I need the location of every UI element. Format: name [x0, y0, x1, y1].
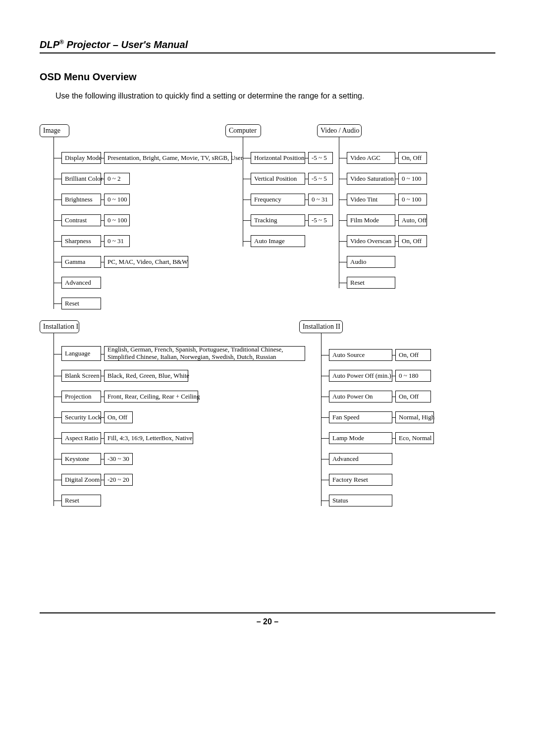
- tree-branch: [54, 376, 61, 376]
- text: 0 ~ 100: [402, 196, 422, 203]
- item-value: -30 ~ 30: [104, 453, 133, 465]
- text: -5 ~ 5: [312, 154, 327, 162]
- text: Status: [332, 497, 348, 504]
- tree-branch: [321, 355, 329, 355]
- tree-branch: [54, 283, 61, 283]
- text: 0 ~ 31: [312, 196, 328, 203]
- menu-header-installation2-label: Installation II: [303, 323, 340, 331]
- text: Vertical Position: [254, 175, 297, 183]
- text: Presentation, Bright, Game, Movie, TV, s…: [107, 154, 243, 162]
- item-value: Normal, High: [395, 411, 434, 423]
- item-value: 0 ~ 31: [308, 194, 333, 205]
- item-value: Presentation, Bright, Game, Movie, TV, s…: [104, 152, 232, 164]
- item-label: Blank Screen: [61, 370, 101, 382]
- text: Keystone: [65, 455, 89, 463]
- item-label: Projection: [61, 391, 101, 403]
- text: Brightness: [65, 196, 93, 203]
- tree-branch: [243, 200, 251, 200]
- item-label: Video Tint: [347, 194, 395, 205]
- tree-branch: [54, 480, 61, 480]
- menu-header-installation1-label: Installation I: [43, 323, 78, 331]
- tree-branch: [321, 376, 329, 376]
- item-value: 0 ~ 100: [398, 194, 427, 205]
- text: Reset: [65, 300, 79, 307]
- text: Video Overscan: [350, 237, 391, 245]
- item-label: Brightness: [61, 194, 101, 205]
- item-label: Tracking: [251, 214, 305, 226]
- text: Normal, High: [399, 413, 434, 421]
- text: Security Lock: [65, 413, 101, 421]
- menu-header-computer-label: Computer: [229, 127, 257, 135]
- text: Fan Speed: [332, 413, 360, 421]
- text: Frequency: [254, 196, 281, 203]
- text: 0 ~ 2: [107, 175, 121, 183]
- header-rest: Projector – User's Manual: [64, 39, 188, 50]
- tree-branch: [321, 397, 329, 397]
- header-reg: ®: [59, 39, 64, 46]
- item-value: English, German, French, Spanish, Portug…: [104, 346, 305, 361]
- tree-branch: [321, 417, 329, 418]
- item-label: Status: [329, 495, 392, 506]
- item-value: Front, Rear, Ceiling, Rear + Ceiling: [104, 391, 198, 403]
- item-value: 0 ~ 180: [395, 370, 431, 382]
- section-title: OSD Menu Overview: [40, 71, 495, 83]
- text: Video Tint: [350, 196, 377, 203]
- text: Language: [65, 350, 90, 357]
- menu-header-computer: Computer: [225, 124, 261, 137]
- item-label: Contrast: [61, 214, 101, 226]
- text: Eco, Normal: [399, 434, 431, 442]
- text: Advanced: [65, 279, 91, 287]
- text: On, Off: [402, 237, 422, 245]
- item-label: Reset: [347, 277, 395, 289]
- item-value: -5 ~ 5: [308, 173, 333, 185]
- item-value: -5 ~ 5: [308, 152, 333, 164]
- item-value: PC, MAC, Video, Chart, B&W: [104, 256, 188, 268]
- item-value: On, Off: [395, 349, 431, 361]
- text: Auto Power Off (min.): [332, 372, 391, 380]
- item-value: -20 ~ 20: [104, 474, 133, 486]
- tree-branch: [321, 459, 329, 459]
- text: Auto Source: [332, 351, 365, 359]
- page-header: DLP® Projector – User's Manual: [40, 39, 188, 50]
- text: Audio: [350, 258, 367, 266]
- item-value: On, Off: [398, 152, 427, 164]
- text: On, Off: [399, 351, 419, 359]
- intro-text: Use the following illustration to quickl…: [55, 92, 495, 101]
- text: Video AGC: [350, 154, 380, 162]
- item-label: Gamma: [61, 256, 101, 268]
- text: On, Off: [399, 393, 419, 401]
- text: -20 ~ 20: [107, 476, 129, 484]
- tree-branch: [54, 200, 61, 200]
- tree-branch: [54, 417, 61, 418]
- item-label: Video Saturation: [347, 173, 395, 185]
- text: Lamp Mode: [332, 434, 364, 442]
- tree-branch: [54, 501, 61, 501]
- tree-branch: [339, 200, 347, 200]
- text: Tracking: [254, 216, 277, 224]
- item-value: 0 ~ 100: [104, 194, 130, 205]
- text: Horizontal Position: [254, 154, 304, 162]
- menu-header-installation2: Installation II: [299, 320, 343, 333]
- tree-branch: [339, 241, 347, 242]
- text: Reset: [65, 497, 79, 504]
- menu-header-installation1: Installation I: [40, 320, 79, 333]
- menu-header-video-audio: Video / Audio: [317, 124, 362, 137]
- item-label: Audio: [347, 256, 395, 268]
- tree-branch: [54, 262, 61, 262]
- text: -30 ~ 30: [107, 455, 129, 463]
- tree-branch: [321, 501, 329, 501]
- item-value: 0 ~ 31: [104, 235, 130, 247]
- text: Sharpness: [65, 237, 91, 245]
- tree-branch: [339, 283, 347, 283]
- item-value: Black, Red, Green, Blue, White: [104, 370, 188, 382]
- item-label: Video Overscan: [347, 235, 395, 247]
- text: 0 ~ 31: [107, 237, 124, 245]
- text: 0 ~ 100: [107, 216, 127, 224]
- tree-branch: [243, 179, 251, 179]
- item-value: On, Off: [104, 411, 133, 423]
- header-rule: DLP® Projector – User's Manual: [40, 39, 495, 53]
- item-label: Digital Zoom: [61, 474, 101, 486]
- tree-branch: [243, 158, 251, 158]
- item-label: Reset: [61, 298, 101, 309]
- text: On, Off: [402, 154, 422, 162]
